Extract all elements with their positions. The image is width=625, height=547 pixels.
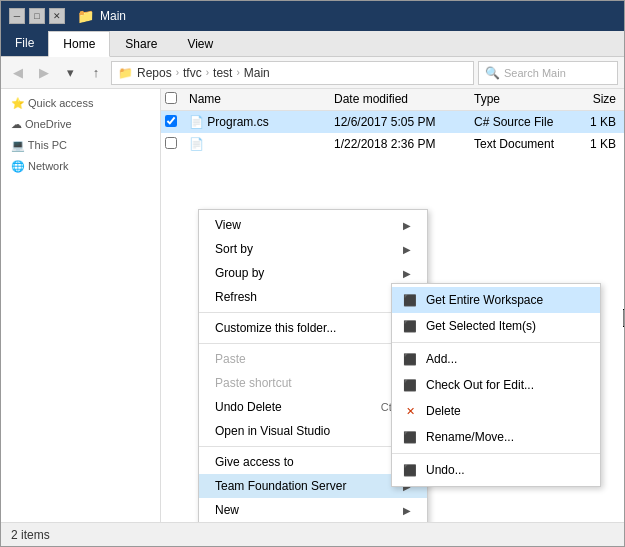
menu-arrow-sort: ▶ xyxy=(403,244,411,255)
file-date-cell: 1/22/2018 2:36 PM xyxy=(334,137,474,151)
ribbon: File Home Share View xyxy=(1,31,624,57)
breadcrumb-sep-3: › xyxy=(236,67,239,78)
status-text: 2 items xyxy=(11,528,50,542)
col-check xyxy=(161,92,185,107)
menu-item-paste-shortcut-label: Paste shortcut xyxy=(215,376,292,390)
recent-button[interactable]: ▾ xyxy=(59,62,81,84)
file-size-cell: 1 KB xyxy=(574,115,624,129)
select-all-checkbox[interactable] xyxy=(165,92,177,104)
col-type-header[interactable]: Type xyxy=(474,92,574,107)
file-list: Name Date modified Type Size 📄 Program.c… xyxy=(161,89,624,522)
tfs-submenu-item-checkout[interactable]: ⬛ Check Out for Edit... xyxy=(392,372,600,398)
file-checkbox[interactable] xyxy=(165,115,177,127)
tfs-submenu-item-get-entire[interactable]: ⬛ Get Entire Workspace xyxy=(392,287,600,313)
menu-item-refresh-label: Refresh xyxy=(215,290,257,304)
close-icon[interactable]: ✕ xyxy=(49,8,65,24)
tfs-rename-label: Rename/Move... xyxy=(426,430,514,444)
tfs-rename-icon: ⬛ xyxy=(400,429,420,445)
breadcrumb-test[interactable]: test xyxy=(213,66,232,80)
file-checkbox[interactable] xyxy=(165,137,177,149)
tfs-add-label: Add... xyxy=(426,352,457,366)
tab-file[interactable]: File xyxy=(1,31,48,56)
file-icon: 📄 xyxy=(189,137,204,151)
tfs-add-icon: ⬛ xyxy=(400,351,420,367)
toolbar: ◀ ▶ ▾ ↑ 📁 Repos › tfvc › test › Main 🔍 S… xyxy=(1,57,624,89)
quick-access[interactable]: ⭐ Quick access xyxy=(1,93,160,114)
menu-item-give-access-label: Give access to xyxy=(215,455,294,469)
search-bar[interactable]: 🔍 Search Main xyxy=(478,61,618,85)
col-name-header[interactable]: Name xyxy=(185,92,334,107)
file-date-cell: 12/6/2017 5:05 PM xyxy=(334,115,474,129)
tfs-submenu-item-rename[interactable]: ⬛ Rename/Move... xyxy=(392,424,600,450)
tfs-submenu-item-get-selected[interactable]: ⬛ Get Selected Item(s) xyxy=(392,313,600,339)
mouse-cursor xyxy=(623,309,624,333)
this-pc[interactable]: 💻 This PC xyxy=(1,135,160,156)
menu-item-group-by[interactable]: Group by ▶ xyxy=(199,261,427,285)
title-bar: ─ □ ✕ 📁 Main xyxy=(1,1,624,31)
tfs-submenu-item-undo[interactable]: ⬛ Undo... xyxy=(392,457,600,483)
file-name-label xyxy=(207,137,210,151)
menu-item-customize-label: Customize this folder... xyxy=(215,321,336,335)
up-button[interactable]: ↑ xyxy=(85,62,107,84)
menu-item-sort-by-label: Sort by xyxy=(215,242,253,256)
tfs-get-selected-icon: ⬛ xyxy=(400,318,420,334)
col-date-header[interactable]: Date modified xyxy=(334,92,474,107)
tfs-get-entire-label: Get Entire Workspace xyxy=(426,293,543,307)
file-size-cell: 1 KB xyxy=(574,137,624,151)
search-placeholder: Search Main xyxy=(504,67,566,79)
tfs-checkout-label: Check Out for Edit... xyxy=(426,378,534,392)
tfs-delete-label: Delete xyxy=(426,404,461,418)
menu-item-view-label: View xyxy=(215,218,241,232)
breadcrumb-main[interactable]: Main xyxy=(244,66,270,80)
onedrive[interactable]: ☁ OneDrive xyxy=(1,114,160,135)
file-name-cell: 📄 Program.cs xyxy=(185,115,334,129)
table-row[interactable]: 📄 1/22/2018 2:36 PM Text Document 1 KB xyxy=(161,133,624,155)
row-check xyxy=(161,137,185,152)
row-check xyxy=(161,115,185,130)
tfs-delete-icon: ✕ xyxy=(400,403,420,419)
tfs-submenu: ⬛ Get Entire Workspace ⬛ Get Selected It… xyxy=(391,283,601,487)
table-row[interactable]: 📄 Program.cs 12/6/2017 5:05 PM C# Source… xyxy=(161,111,624,133)
explorer-window: ─ □ ✕ 📁 Main File Home Share View ◀ ▶ ▾ … xyxy=(0,0,625,547)
tfs-submenu-item-add[interactable]: ⬛ Add... xyxy=(392,346,600,372)
back-button[interactable]: ◀ xyxy=(7,62,29,84)
menu-item-group-by-label: Group by xyxy=(215,266,264,280)
menu-item-new-label: New xyxy=(215,503,239,517)
tfs-get-selected-label: Get Selected Item(s) xyxy=(426,319,536,333)
search-icon: 🔍 xyxy=(485,66,500,80)
menu-arrow-group: ▶ xyxy=(403,268,411,279)
tfs-undo-icon: ⬛ xyxy=(400,462,420,478)
address-bar[interactable]: 📁 Repos › tfvc › test › Main xyxy=(111,61,474,85)
menu-item-new[interactable]: New ▶ xyxy=(199,498,427,522)
tab-view[interactable]: View xyxy=(172,31,228,56)
tab-home[interactable]: Home xyxy=(48,31,110,57)
menu-item-view[interactable]: View ▶ xyxy=(199,213,427,237)
file-type-cell: C# Source File xyxy=(474,115,574,129)
window-title: Main xyxy=(100,9,126,23)
file-name-cell: 📄 xyxy=(185,137,334,151)
col-size-header[interactable]: Size xyxy=(574,92,624,107)
menu-arrow-view: ▶ xyxy=(403,220,411,231)
ribbon-tabs: File Home Share View xyxy=(1,31,624,56)
title-folder-icon: 📁 xyxy=(77,8,94,24)
forward-button[interactable]: ▶ xyxy=(33,62,55,84)
title-bar-icons: ─ □ ✕ xyxy=(9,8,65,24)
menu-item-undo-delete-label: Undo Delete xyxy=(215,400,282,414)
menu-item-paste-label: Paste xyxy=(215,352,246,366)
minimize-icon[interactable]: ─ xyxy=(9,8,25,24)
menu-item-sort-by[interactable]: Sort by ▶ xyxy=(199,237,427,261)
menu-item-tfs-label: Team Foundation Server xyxy=(215,479,346,493)
tfs-undo-label: Undo... xyxy=(426,463,465,477)
breadcrumb-repos[interactable]: Repos xyxy=(137,66,172,80)
tfs-sep-1 xyxy=(392,342,600,343)
maximize-icon[interactable]: □ xyxy=(29,8,45,24)
breadcrumb-folder-icon: 📁 xyxy=(118,66,133,80)
menu-item-open-vs-label: Open in Visual Studio xyxy=(215,424,330,438)
column-headers: Name Date modified Type Size xyxy=(161,89,624,111)
breadcrumb-tfvc[interactable]: tfvc xyxy=(183,66,202,80)
tfs-workspace-icon: ⬛ xyxy=(400,292,420,308)
network[interactable]: 🌐 Network xyxy=(1,156,160,177)
menu-arrow-new: ▶ xyxy=(403,505,411,516)
tfs-submenu-item-delete[interactable]: ✕ Delete xyxy=(392,398,600,424)
tab-share[interactable]: Share xyxy=(110,31,172,56)
